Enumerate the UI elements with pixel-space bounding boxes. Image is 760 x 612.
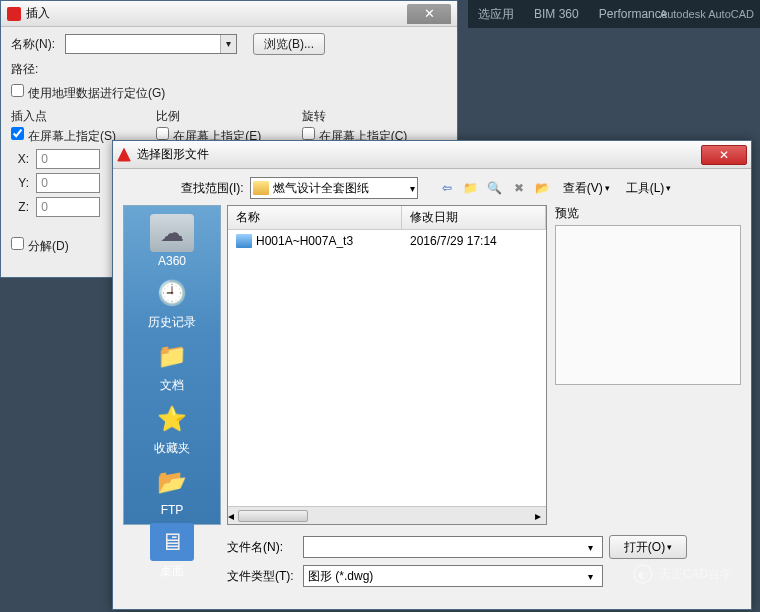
open-button[interactable]: 打开(O)▾ xyxy=(609,535,687,559)
name-combo[interactable]: ▾ xyxy=(65,34,237,54)
autocad-icon xyxy=(7,7,21,21)
scroll-thumb[interactable] xyxy=(238,510,308,522)
browse-button[interactable]: 浏览(B)... xyxy=(253,33,325,55)
explode-check[interactable]: 分解(D) xyxy=(11,239,69,253)
onscreen-point-check[interactable]: 在屏幕上指定(S) xyxy=(11,129,116,143)
name-label: 名称(N): xyxy=(11,36,65,53)
ribbon-tab[interactable]: 选应用 xyxy=(468,0,524,28)
ribbon-tab[interactable]: BIM 360 xyxy=(524,0,589,28)
rotate-group: 旋转 xyxy=(302,108,447,125)
file-row[interactable]: H001A~H007A_t3 2016/7/29 17:14 xyxy=(228,230,546,252)
app-name: Autodesk AutoCAD xyxy=(660,8,754,20)
chevron-down-icon[interactable]: ▾ xyxy=(582,571,598,582)
column-date[interactable]: 修改日期 xyxy=(402,206,546,229)
autocad-icon xyxy=(117,148,131,162)
z-label: Z: xyxy=(11,200,29,214)
new-folder-icon[interactable]: 📂 xyxy=(534,179,552,197)
insert-title: 插入 xyxy=(26,5,50,22)
places-bar: ☁A360 🕘历史记录 📁文档 ⭐收藏夹 📂FTP 🖥桌面 xyxy=(123,205,221,525)
preview-label: 预览 xyxy=(555,205,741,222)
scroll-left-icon[interactable]: ◂ xyxy=(228,509,234,523)
path-label: 路径: xyxy=(11,61,65,78)
lookin-folder: 燃气设计全套图纸 xyxy=(273,180,369,197)
file-list[interactable]: 名称 修改日期 H001A~H007A_t3 2016/7/29 17:14 ◂… xyxy=(227,205,547,525)
insert-point-group: 插入点 xyxy=(11,108,156,125)
tools-button[interactable]: 工具(L)▾ xyxy=(621,179,677,198)
preview-box xyxy=(555,225,741,385)
up-folder-icon[interactable]: 📁 xyxy=(462,179,480,197)
delete-icon[interactable]: ✖ xyxy=(510,179,528,197)
search-icon[interactable]: 🔍 xyxy=(486,179,504,197)
filename-label: 文件名(N): xyxy=(227,539,297,556)
place-a360[interactable]: ☁A360 xyxy=(130,212,214,270)
lookin-label: 查找范围(I): xyxy=(181,180,244,197)
chevron-down-icon: ▾ xyxy=(666,183,671,193)
y-label: Y: xyxy=(11,176,29,190)
z-input[interactable] xyxy=(36,197,100,217)
wechat-icon: ◐ xyxy=(633,564,653,584)
chevron-down-icon[interactable]: ▾ xyxy=(410,183,415,194)
folder-icon xyxy=(253,181,269,195)
chevron-down-icon: ▾ xyxy=(605,183,610,193)
close-button[interactable]: ✕ xyxy=(701,145,747,165)
chevron-down-icon[interactable]: ▾ xyxy=(220,35,236,53)
chevron-down-icon[interactable]: ▾ xyxy=(582,542,598,553)
view-button[interactable]: 查看(V)▾ xyxy=(558,179,615,198)
x-label: X: xyxy=(11,152,29,166)
scale-group: 比例 xyxy=(156,108,301,125)
column-name[interactable]: 名称 xyxy=(228,206,402,229)
insert-titlebar[interactable]: 插入 ✕ xyxy=(1,1,457,27)
filetype-combo[interactable]: 图形 (*.dwg)▾ xyxy=(303,565,603,587)
geo-check[interactable]: 使用地理数据进行定位(G) xyxy=(11,84,165,102)
select-file-title: 选择图形文件 xyxy=(137,146,209,163)
preview-pane: 预览 xyxy=(555,205,741,525)
app-titlebar: 选应用 BIM 360 Performance Autodesk AutoCAD xyxy=(468,0,760,28)
place-desktop[interactable]: 🖥桌面 xyxy=(130,521,214,582)
dwg-icon xyxy=(236,234,252,248)
filename-combo[interactable]: ▾ xyxy=(303,536,603,558)
x-input[interactable] xyxy=(36,149,100,169)
horizontal-scrollbar[interactable]: ◂ ▸ xyxy=(228,506,546,524)
scroll-right-icon[interactable]: ▸ xyxy=(530,509,546,523)
place-ftp[interactable]: 📂FTP xyxy=(130,461,214,519)
watermark: ◐ 天正CAD自学 xyxy=(633,564,732,584)
y-input[interactable] xyxy=(36,173,100,193)
select-file-titlebar[interactable]: 选择图形文件 ✕ xyxy=(113,141,751,169)
filetype-label: 文件类型(T): xyxy=(227,568,297,585)
place-documents[interactable]: 📁文档 xyxy=(130,335,214,396)
file-list-header[interactable]: 名称 修改日期 xyxy=(228,206,546,230)
select-file-dialog: 选择图形文件 ✕ 查找范围(I): 燃气设计全套图纸 ▾ ⇦ 📁 🔍 ✖ 📂 查… xyxy=(112,140,752,610)
place-history[interactable]: 🕘历史记录 xyxy=(130,272,214,333)
close-icon[interactable]: ✕ xyxy=(407,4,451,24)
place-favorites[interactable]: ⭐收藏夹 xyxy=(130,398,214,459)
lookin-combo[interactable]: 燃气设计全套图纸 ▾ xyxy=(250,177,418,199)
back-icon[interactable]: ⇦ xyxy=(438,179,456,197)
